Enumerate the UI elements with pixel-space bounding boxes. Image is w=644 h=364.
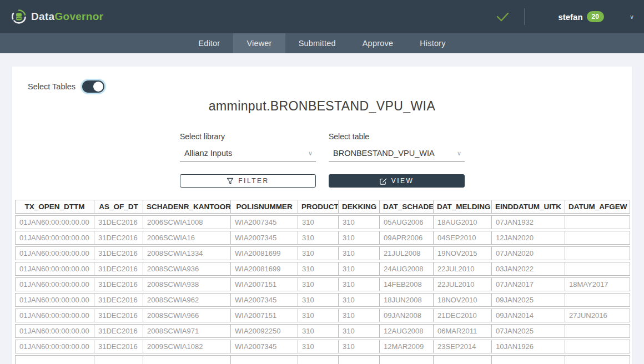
table-cell: WIA2007345 (231, 293, 298, 307)
table-cell: 01JAN60:00:00:00.00 (15, 262, 94, 276)
table-cell: 310 (298, 215, 339, 229)
table-cell: 31DEC2016 (94, 277, 143, 291)
select-tables-toggle[interactable] (82, 80, 104, 93)
brand-name-primary: Data (31, 11, 54, 22)
library-select[interactable]: Allianz Inputs ∨ (180, 145, 316, 162)
table-cell: 06MAR2011 (434, 324, 492, 338)
table-cell: 12JAN2020 (492, 231, 565, 245)
column-header: AS_OF_DT (94, 200, 143, 214)
table-cell: 310 (298, 324, 339, 338)
library-select-label: Select library (180, 132, 316, 141)
table-cell: 07JAN2025 (492, 324, 565, 338)
library-select-value: Allianz Inputs (184, 149, 232, 158)
table-cell: WIA20081699 (231, 246, 298, 260)
checkmark-icon[interactable] (493, 7, 512, 26)
table-cell: 09JAN2014 (492, 309, 565, 322)
table-body: 01JAN60:00:00:00.0031DEC20162006SCWIA100… (15, 215, 630, 364)
chevron-down-icon: ∨ (630, 13, 634, 21)
column-header: PRODUCT (298, 200, 339, 214)
table-cell: 31DEC2016 (94, 293, 143, 307)
table-cell: 2008SCWIA966 (143, 309, 231, 322)
table-cell: 310 (339, 262, 380, 276)
table-cell: 07JAN2020 (492, 246, 565, 260)
column-header: DAT_MELDING (434, 200, 492, 214)
table-cell: 01JAN60:00:00:00.00 (15, 231, 94, 245)
table-cell: 2006SCWIA1008 (143, 215, 231, 229)
table-cell: 2008SCWIA938 (143, 277, 231, 291)
table-cell: 01JAN60:00:00:00.00 (15, 293, 94, 307)
chevron-down-icon: ∨ (457, 150, 461, 157)
table-cell (143, 355, 231, 364)
table-cell: 18NOV2010 (434, 293, 492, 307)
data-table-container: TX_OPEN_DTTM AS_OF_DT SCHADENR_KANTOOR P… (15, 198, 630, 364)
table-cell: 310 (339, 340, 380, 353)
table-cell: 01JAN60:00:00:00.00 (15, 246, 94, 260)
table-cell: 310 (339, 246, 380, 260)
table-cell: 2008SCWIA1334 (143, 246, 231, 260)
table-cell: 310 (298, 277, 339, 291)
user-badge: 20 (587, 11, 604, 22)
table-row: 01JAN60:00:00:00.0031DEC20162008SCWIA971… (15, 324, 630, 338)
column-header: DATUM_AFGEW (565, 200, 630, 214)
table-cell: WIA2007151 (231, 277, 298, 291)
table-cell: 03JAN2022 (492, 262, 565, 276)
table-cell: 31DEC2016 (94, 340, 143, 353)
user-name: stefan (558, 12, 582, 22)
table-row: 01JAN60:00:00:00.0031DEC20162008SCWIA938… (15, 277, 630, 291)
column-header: DEKKING (339, 200, 380, 214)
table-cell (565, 340, 630, 353)
table-cell: 23SEP2014 (434, 340, 492, 353)
column-header: POLISNUMMER (231, 200, 298, 214)
tab-approve[interactable]: Approve (349, 33, 406, 53)
table-cell (492, 355, 565, 364)
table-cell: 310 (298, 293, 339, 307)
table-cell: 31DEC2016 (94, 262, 143, 276)
table-row: 01JAN60:00:00:00.0031DEC20162006SCWIA16W… (15, 231, 630, 245)
table-cell: 01JAN60:00:00:00.00 (15, 309, 94, 322)
select-tables-label: Select Tables (28, 82, 76, 91)
user-menu[interactable]: stefan 20 ∨ (525, 0, 644, 33)
table-cell: 310 (298, 340, 339, 353)
table-cell: 01JAN60:00:00:00.00 (15, 277, 94, 291)
datagovernor-logo-icon (12, 9, 26, 24)
tab-editor[interactable]: Editor (185, 33, 233, 53)
table-cell (565, 215, 630, 229)
table-cell (15, 355, 94, 364)
view-button[interactable]: VIEW (329, 174, 465, 188)
table-cell: 09JAN2008 (380, 309, 434, 322)
filter-button-label: FILTER (238, 177, 269, 185)
table-cell: 310 (298, 309, 339, 322)
data-table: TX_OPEN_DTTM AS_OF_DT SCHADENR_KANTOOR P… (15, 198, 630, 364)
table-cell: 2009SCWIA1082 (143, 340, 231, 353)
table-cell: 07JAN2017 (492, 277, 565, 291)
table-row (15, 355, 630, 364)
toggle-knob (93, 82, 103, 92)
brand-logo-group: DataGovernor (12, 9, 103, 24)
table-cell: 22JUL2010 (434, 277, 492, 291)
brand-name-secondary: Governor (54, 11, 103, 22)
filter-button[interactable]: FILTER (180, 174, 316, 188)
table-cell: 310 (298, 231, 339, 245)
table-cell (339, 355, 380, 364)
table-cell: WIA2007151 (231, 309, 298, 322)
tab-history[interactable]: History (406, 33, 459, 53)
table-cell: 18MAY2017 (565, 277, 630, 291)
table-cell (298, 355, 339, 364)
table-cell: 12MAR2009 (380, 340, 434, 353)
table-cell: 310 (298, 246, 339, 260)
table-select[interactable]: BRONBESTAND_VPU_WIA ∨ (329, 145, 465, 162)
table-cell: 310 (339, 293, 380, 307)
filter-funnel-icon (227, 178, 234, 185)
table-cell: 31DEC2016 (94, 246, 143, 260)
tab-submitted[interactable]: Submitted (285, 33, 349, 53)
table-cell: 24AUG2008 (380, 262, 434, 276)
table-cell: 31DEC2016 (94, 215, 143, 229)
table-cell: 05AUG2006 (380, 215, 434, 229)
tab-viewer[interactable]: Viewer (233, 33, 285, 53)
table-cell: 01JAN60:00:00:00.00 (15, 340, 94, 353)
table-cell: 27JUN2016 (565, 309, 630, 322)
table-row: 01JAN60:00:00:00.0031DEC20162008SCWIA936… (15, 262, 630, 276)
table-header-row: TX_OPEN_DTTM AS_OF_DT SCHADENR_KANTOOR P… (15, 200, 630, 214)
table-cell (565, 293, 630, 307)
table-cell: 2006SCWIA16 (143, 231, 231, 245)
